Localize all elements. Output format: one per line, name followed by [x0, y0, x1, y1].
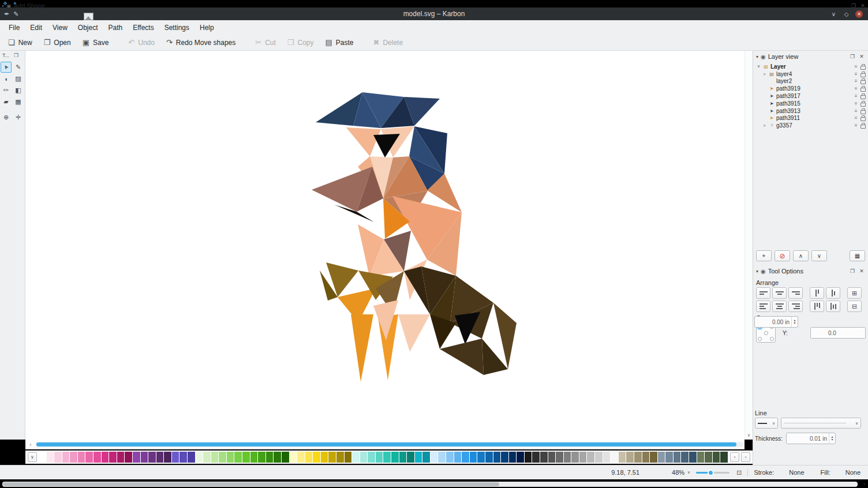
- color-swatch-3[interactable]: [62, 452, 70, 463]
- color-swatch-40[interactable]: [352, 452, 360, 463]
- layer-row-Layer[interactable]: ∨▤Layer≡: [754, 63, 867, 70]
- color-swatch-56[interactable]: [477, 452, 485, 463]
- zoom-fit-button[interactable]: ⊡: [736, 469, 742, 476]
- color-swatch-55[interactable]: [470, 452, 477, 463]
- line-style-select[interactable]: ∨: [755, 418, 778, 429]
- menu-help[interactable]: Help: [194, 22, 219, 33]
- color-swatch-31[interactable]: [282, 452, 289, 463]
- layer-row-layer2[interactable]: layer2≡: [754, 78, 867, 85]
- menu-path[interactable]: Path: [103, 22, 128, 33]
- y-position-input[interactable]: 0.00 in ▴▾: [754, 316, 798, 328]
- properties-icon[interactable]: ≡: [853, 108, 859, 114]
- menu-file[interactable]: File: [3, 22, 25, 33]
- zoom-select[interactable]: 48% ∨: [672, 469, 690, 476]
- properties-icon[interactable]: ≡: [853, 64, 859, 69]
- spin-down-icon[interactable]: ▾: [831, 438, 833, 441]
- tray-icon-1[interactable]: ❖: [3, 1, 8, 6]
- artwork-polygon-32[interactable]: [351, 314, 373, 382]
- pin-icon[interactable]: ✎: [13, 10, 18, 18]
- color-swatch-61[interactable]: [517, 452, 524, 463]
- color-swatch-71[interactable]: [595, 452, 603, 463]
- anchor-bottom-left[interactable]: [758, 337, 762, 341]
- properties-icon[interactable]: ≡: [853, 78, 859, 84]
- color-swatch-23[interactable]: [219, 452, 226, 463]
- color-swatch-33[interactable]: [297, 452, 305, 463]
- properties-icon[interactable]: ≡: [853, 86, 859, 91]
- lock-icon[interactable]: [860, 93, 866, 99]
- color-swatch-46[interactable]: [399, 452, 407, 463]
- view-mode-button[interactable]: ▦: [850, 250, 865, 261]
- paste-button[interactable]: ▤Paste: [321, 36, 358, 48]
- color-swatch-79[interactable]: [658, 452, 665, 463]
- color-swatch-52[interactable]: [446, 452, 454, 463]
- align-page-button[interactable]: ⊞: [847, 287, 862, 299]
- color-swatch-7[interactable]: [93, 452, 101, 463]
- color-swatch-51[interactable]: [438, 452, 446, 463]
- color-swatch-62[interactable]: [525, 452, 532, 463]
- color-swatch-35[interactable]: [313, 452, 320, 463]
- properties-icon[interactable]: ≡: [853, 93, 859, 99]
- artwork-polygon-8[interactable]: [346, 127, 381, 156]
- menu-object[interactable]: Object: [73, 22, 103, 33]
- color-swatch-4[interactable]: [70, 452, 77, 463]
- color-swatch-84[interactable]: [697, 452, 705, 463]
- zoom-slider[interactable]: [696, 468, 729, 476]
- collapse-icon[interactable]: ▾: [756, 54, 758, 59]
- hscroll-track[interactable]: [36, 442, 743, 447]
- color-swatch-39[interactable]: [345, 452, 352, 463]
- color-swatch-44[interactable]: [383, 452, 391, 463]
- titlebar[interactable]: ✒ ✎ model.svg – Karbon ∨ ◇ ✕: [0, 7, 868, 20]
- lock-icon[interactable]: [860, 122, 866, 129]
- float-docker-icon[interactable]: ❐: [849, 268, 856, 274]
- canvas[interactable]: [25, 51, 744, 440]
- distribute-right-button[interactable]: [788, 301, 803, 312]
- distribute-hcenter-button[interactable]: [772, 301, 787, 312]
- menu-effects[interactable]: Effects: [128, 22, 159, 33]
- align-top-button[interactable]: [810, 287, 824, 299]
- anchor-bottom-right[interactable]: [770, 337, 774, 341]
- canvas-horizontal-scrollbar[interactable]: ‹: [25, 440, 744, 449]
- color-swatch-24[interactable]: [227, 452, 234, 463]
- layer-row-path3915[interactable]: ➤path3915≡: [754, 100, 867, 107]
- lock-icon[interactable]: [860, 115, 866, 121]
- align-right-button[interactable]: [788, 287, 803, 299]
- color-swatch-66[interactable]: [556, 452, 563, 463]
- tool-options-hscrollbar[interactable]: [2, 482, 858, 487]
- scroll-down-icon[interactable]: ∨: [745, 433, 753, 438]
- redo-button[interactable]: ↷Redo Move shapes: [162, 36, 240, 48]
- color-swatch-20[interactable]: [196, 452, 203, 463]
- color-swatch-30[interactable]: [274, 452, 281, 463]
- color-swatch-68[interactable]: [571, 452, 579, 463]
- scroll-right-icon[interactable]: ›: [863, 482, 865, 487]
- toolbox-float-icon[interactable]: ❐: [14, 52, 18, 58]
- color-swatch-38[interactable]: [336, 452, 344, 463]
- y-spin-arrows[interactable]: ▴▾: [791, 317, 798, 327]
- spin-down-icon[interactable]: ▾: [794, 322, 795, 325]
- anchor-center[interactable]: [764, 331, 768, 335]
- color-swatch-74[interactable]: [619, 452, 626, 463]
- canvas-vertical-scrollbar[interactable]: ∨: [744, 51, 753, 440]
- zoom-slider-handle[interactable]: [708, 470, 714, 476]
- color-swatch-8[interactable]: [102, 452, 109, 463]
- distribute-left-button[interactable]: [756, 301, 770, 312]
- color-swatch-34[interactable]: [305, 452, 313, 463]
- color-swatch-81[interactable]: [674, 452, 681, 463]
- palette-prev-button[interactable]: ‹: [730, 452, 739, 462]
- lower-layer-button[interactable]: ∨: [811, 250, 827, 261]
- float-docker-icon[interactable]: ❐: [849, 54, 856, 59]
- color-swatch-65[interactable]: [548, 452, 556, 463]
- color-swatch-10[interactable]: [117, 452, 125, 463]
- color-swatch-48[interactable]: [415, 452, 422, 463]
- palette-next-button[interactable]: ›: [741, 452, 750, 462]
- color-swatch-85[interactable]: [705, 452, 712, 463]
- color-swatch-67[interactable]: [564, 452, 571, 463]
- color-swatch-17[interactable]: [172, 452, 179, 463]
- layer-row-g3357[interactable]: >?g3357≡: [754, 122, 867, 129]
- distribute-top-button[interactable]: [810, 301, 824, 312]
- raise-layer-button[interactable]: ∧: [793, 250, 809, 261]
- close-docker-icon[interactable]: ✕: [858, 54, 865, 59]
- color-swatch-69[interactable]: [579, 452, 587, 463]
- color-swatch-11[interactable]: [125, 452, 132, 463]
- color-swatch-28[interactable]: [258, 452, 265, 463]
- align-vcenter-button[interactable]: [826, 287, 840, 299]
